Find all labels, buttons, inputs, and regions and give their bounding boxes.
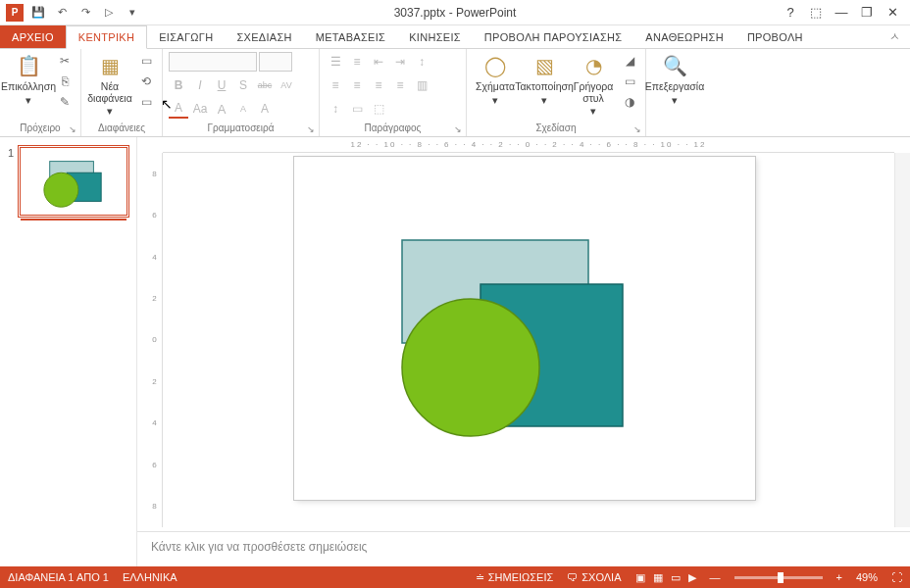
font-size-input[interactable] [259,52,292,72]
group-drawing: ◯Σχήματα▾ ▧Τακτοποίηση▾ ◔Γρήγορα στυλ▾ ◢… [467,49,646,136]
vertical-scrollbar[interactable] [894,153,910,527]
group-label-editing [652,121,697,136]
arrange-button[interactable]: ▧Τακτοποίηση▾ [522,52,567,106]
slide-shapes [294,157,755,500]
reading-view-button[interactable]: ▭ [671,571,681,584]
tab-animations[interactable]: ΚΙΝΗΣΕΙΣ [397,25,473,48]
font-color-button[interactable]: A [169,99,188,119]
shape-outline-button[interactable]: ▭ [620,73,639,90]
slide-counter[interactable]: ΔΙΑΦΑΝΕΙΑ 1 ΑΠΟ 1 [8,571,109,583]
undo-button[interactable]: ↶ [51,2,73,24]
paragraph-launcher-icon[interactable]: ↘ [454,124,462,134]
group-paragraph: ☰ ≡ ⇤ ⇥ ↕ ≡ ≡ ≡ ≡ ▥ ↕ ▭ ⬚ Παράγραφος↘ [320,49,467,136]
paste-button[interactable]: 📋 Επικόλληση▾ [6,52,51,106]
align-right-button[interactable]: ≡ [369,75,388,95]
editing-button[interactable]: 🔍Επεξεργασία▾ [652,52,697,106]
zoom-out-button[interactable]: — [710,571,721,583]
normal-view-button[interactable]: ▣ [635,571,645,584]
grow-font-button[interactable]: A [212,99,231,119]
decrease-indent-button[interactable]: ⇤ [369,52,388,72]
zoom-level[interactable]: 49% [856,571,878,583]
tab-file[interactable]: ΑΡΧΕΙΟ [0,25,66,48]
help-button[interactable]: ? [781,5,800,20]
tab-home[interactable]: ΚΕΝΤΡΙΚΗ [66,25,147,49]
numbering-button[interactable]: ≡ [347,52,367,72]
restore-button[interactable]: ❐ [857,5,877,20]
bullets-button[interactable]: ☰ [326,52,345,72]
align-text-button[interactable]: ▭ [347,99,367,119]
clear-format-button[interactable]: A [255,99,275,119]
shape-effects-button[interactable]: ◑ [620,93,639,111]
tab-review[interactable]: ΑΝΑΘΕΩΡΗΣΗ [633,25,735,48]
ribbon-options-button[interactable]: ⬚ [806,5,826,20]
minimize-button[interactable]: — [832,5,851,20]
drawing-launcher-icon[interactable]: ↘ [633,124,641,134]
shapes-button[interactable]: ◯Σχήματα▾ [473,52,518,106]
group-label-drawing: Σχεδίαση↘ [473,121,639,136]
group-label-font: Γραμματοσειρά↘ [169,121,313,136]
text-direction-button[interactable]: ↕ [326,99,345,119]
thumb-number: 1 [8,147,14,216]
shape-fill-button[interactable]: ◢ [620,52,639,70]
shadow-button[interactable]: S [233,75,253,95]
italic-button[interactable]: I [190,75,210,95]
tab-insert[interactable]: ΕΙΣΑΓΩΓΗ [147,25,225,48]
fit-to-window-button[interactable]: ⛶ [891,571,902,583]
cut-button[interactable]: ✂ [55,52,75,70]
start-slideshow-button[interactable]: ▷ [98,2,120,24]
zoom-slider[interactable] [734,576,823,579]
font-family-input[interactable] [169,52,257,72]
justify-button[interactable]: ≡ [390,75,410,95]
new-slide-icon: ▦ [94,52,126,79]
shrink-font-button[interactable]: A [233,99,253,119]
underline-button[interactable]: U [212,75,231,95]
quick-styles-button[interactable]: ◔Γρήγορα στυλ▾ [571,52,616,118]
tab-slideshow[interactable]: ΠΡΟΒΟΛΗ ΠΑΡΟΥΣΙΑΣΗΣ [473,25,633,48]
group-clipboard: 📋 Επικόλληση▾ ✂ ⎘ ✎ Πρόχειρο↘ [0,49,81,136]
close-button[interactable]: ✕ [883,5,902,20]
format-painter-button[interactable]: ✎ [55,93,75,111]
collapse-ribbon-icon[interactable]: ㅅ [880,25,910,48]
group-label-paragraph: Παράγραφος↘ [326,121,460,136]
new-slide-button[interactable]: ▦ Νέα διαφάνεια▾ [87,52,132,118]
reset-button[interactable]: ⟲ [136,73,156,90]
zoom-in-button[interactable]: + [836,571,842,583]
char-spacing-button[interactable]: AV [277,75,296,95]
group-editing: 🔍Επεξεργασία▾ [646,49,703,136]
slideshow-view-button[interactable]: ▶ [688,571,696,584]
redo-button[interactable]: ↷ [75,2,96,24]
layout-button[interactable]: ▭ [136,52,156,70]
tab-design[interactable]: ΣΧΕΔΙΑΣΗ [225,25,303,48]
slide-canvas[interactable] [294,157,755,500]
strike-button[interactable]: abc [255,75,275,95]
app-icon: P [6,4,24,22]
notes-pane[interactable]: Κάντε κλικ για να προσθέσετε σημειώσεις [137,531,910,566]
notes-toggle-button[interactable]: ≐ ΣΗΜΕΙΩΣΕΙΣ [476,571,554,584]
comments-toggle-button[interactable]: 🗨 ΣΧΟΛΙΑ [567,571,621,583]
bold-button[interactable]: B [169,75,188,95]
window-title: 3037.pptx - PowerPoint [394,6,517,20]
align-center-button[interactable]: ≡ [347,75,367,95]
align-left-button[interactable]: ≡ [326,75,345,95]
qat-more-button[interactable]: ▾ [122,2,143,24]
clipboard-launcher-icon[interactable]: ↘ [69,124,76,134]
columns-button[interactable]: ▥ [412,75,431,95]
copy-button[interactable]: ⎘ [55,73,75,90]
change-case-button[interactable]: Aa [190,99,210,119]
slide-thumbnails-panel: 1 [0,137,137,566]
font-launcher-icon[interactable]: ↘ [307,124,315,134]
sorter-view-button[interactable]: ▦ [653,571,663,584]
section-button[interactable]: ▭ [136,93,156,111]
save-button[interactable]: 💾 [27,2,49,24]
smartart-button[interactable]: ⬚ [369,99,388,119]
workspace: 1 12 · · 10 · · 8 · · 6 · · 4 · · 2 · · … [0,137,910,566]
slide-thumbnail-1[interactable] [20,147,127,216]
tab-view[interactable]: ΠΡΟΒΟΛΗ [735,25,815,48]
increase-indent-button[interactable]: ⇥ [390,52,410,72]
line-spacing-button[interactable]: ↕ [412,52,431,72]
status-bar: ΔΙΑΦΑΝΕΙΑ 1 ΑΠΟ 1 ΕΛΛΗΝΙΚΑ ≐ ΣΗΜΕΙΩΣΕΙΣ … [0,566,910,588]
find-icon: 🔍 [659,52,690,79]
language-indicator[interactable]: ΕΛΛΗΝΙΚΑ [123,571,177,583]
shape-circle[interactable] [402,299,539,436]
tab-transitions[interactable]: ΜΕΤΑΒΑΣΕΙΣ [304,25,397,48]
